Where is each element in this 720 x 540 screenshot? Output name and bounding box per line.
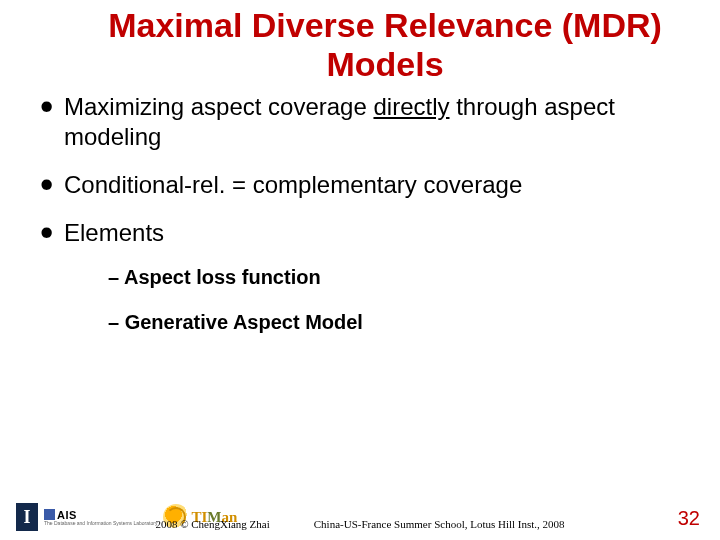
slide-title: Maximal Diverse Relevance (MDR) Models — [0, 0, 720, 84]
bullet-text-pre: Maximizing aspect coverage — [64, 93, 373, 120]
bullet-text: Elements — [64, 214, 164, 248]
slide-footer: I AIS The Database and Information Syste… — [0, 494, 720, 540]
bullet-icon — [40, 174, 64, 197]
sub-item: Generative Aspect Model — [108, 311, 680, 334]
footer-venue: China-US-France Summer School, Lotus Hil… — [314, 518, 565, 530]
footer-center: 2008 © ChengXiang Zhai China-US-France S… — [0, 518, 720, 530]
bullet-text: Maximizing aspect coverage directly thro… — [64, 88, 680, 152]
bullet-text-underline: directly — [373, 93, 449, 120]
bullet-text: Conditional-rel. = complementary coverag… — [64, 166, 522, 200]
bullet-item: Conditional-rel. = complementary coverag… — [40, 166, 680, 200]
bullet-text-pre: Conditional-rel. = complementary coverag… — [64, 171, 522, 198]
slide-body: Maximizing aspect coverage directly thro… — [0, 84, 720, 334]
footer-copyright: 2008 © ChengXiang Zhai — [155, 518, 269, 530]
bullet-item: Elements — [40, 214, 680, 248]
slide: Maximal Diverse Relevance (MDR) Models M… — [0, 0, 720, 540]
sub-item: Aspect loss function — [108, 266, 680, 289]
bullet-item: Maximizing aspect coverage directly thro… — [40, 88, 680, 152]
bullet-icon — [40, 96, 64, 119]
bullet-text-pre: Elements — [64, 219, 164, 246]
page-number: 32 — [678, 507, 700, 530]
sub-list: Aspect loss function Generative Aspect M… — [40, 266, 680, 334]
bullet-icon — [40, 222, 64, 245]
